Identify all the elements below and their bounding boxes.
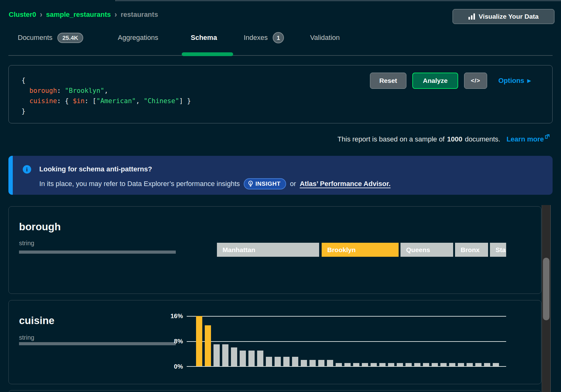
cuisine-bar[interactable] [423,363,429,366]
cuisine-bar[interactable] [283,357,290,366]
cuisine-bar[interactable] [318,360,324,366]
vertical-scrollbar-track[interactable] [542,205,551,392]
collection-tabs: Documents 25.4K Aggregations Schema Inde… [0,31,561,45]
cuisine-bar[interactable] [432,363,438,366]
value-chip-label: Manhattan [223,246,255,254]
cuisine-bar[interactable] [362,363,368,366]
banner-title: Looking for schema anti-patterns? [39,165,152,173]
tab-aggregations[interactable]: Aggregations [118,31,158,45]
cuisine-bar[interactable] [222,344,228,366]
field-card-cuisine: cuisine string 16% 8% 0% [8,300,541,384]
cuisine-bar[interactable] [475,363,482,366]
tab-schema-label: Schema [191,34,217,42]
code-token-pun: } [22,108,26,115]
code-token-key: borough [29,87,57,94]
cuisine-bar[interactable] [196,316,202,366]
cuisine-bar[interactable] [493,363,499,366]
visualize-your-data-button[interactable]: Visualize Your Data [453,9,554,24]
insight-badge[interactable]: INSIGHT [244,178,286,189]
banner-body: In its place, you may refer to Data Expl… [39,178,391,189]
value-chip-bronx[interactable]: Bronx [455,243,488,257]
code-token-str: "Chinese" [144,97,179,105]
external-link-icon [545,134,550,139]
cuisine-bar[interactable] [266,357,272,366]
cuisine-bar[interactable] [449,363,455,366]
cuisine-bar[interactable] [213,344,220,366]
top-chrome-notch [115,0,116,1]
type-distribution-bar[interactable] [19,342,176,345]
cuisine-bar[interactable] [292,357,298,366]
bar-chart-icon [468,13,475,20]
tab-validation[interactable]: Validation [310,31,340,45]
cuisine-bar[interactable] [231,347,237,366]
banner-accent-stripe [8,156,13,195]
cuisine-bar[interactable] [440,363,447,366]
value-chip-sta[interactable]: Sta [490,243,506,257]
cuisine-bar[interactable] [467,363,473,366]
tab-indexes[interactable]: Indexes 1 [244,31,284,45]
cuisine-bar[interactable] [257,351,263,366]
tabs-divider [8,55,553,56]
value-chip-brooklyn[interactable]: Brooklyn [322,243,399,257]
triangle-right-icon: ▶ [527,78,531,84]
breadcrumb-collection: restaurants [121,11,158,19]
gridline-16pct [187,316,506,317]
query-editor[interactable]: { borough: "Brooklyn", cuisine: { $in: [… [8,65,553,123]
info-icon: i [23,165,31,174]
code-token-str: "American" [96,97,136,105]
cuisine-bar[interactable] [327,360,333,366]
code-token-str: "Brooklyn" [65,87,104,94]
vertical-scrollbar-thumb[interactable] [543,258,549,320]
value-chip-manhattan[interactable]: Manhattan [217,243,319,257]
tab-schema[interactable]: Schema [191,31,217,45]
cuisine-bar[interactable] [388,363,394,366]
cuisine-bar[interactable] [414,363,420,366]
banner-conjunction: or [290,180,296,188]
cuisine-bar[interactable] [248,351,255,366]
cuisine-bar[interactable] [405,363,412,366]
cuisine-bar[interactable] [309,360,316,366]
y-axis-tick: 16% [159,312,183,320]
code-token-pun: , [104,87,108,94]
cuisine-bar[interactable] [353,363,359,366]
code-icon: </> [471,77,480,84]
cuisine-bar[interactable] [205,325,211,366]
breadcrumb-cluster[interactable]: Cluster0 [9,11,36,19]
tab-documents[interactable]: Documents 25.4K [18,31,83,45]
cuisine-bar[interactable] [344,363,351,366]
insight-badge-label: INSIGHT [256,180,281,187]
field-card-borough: borough string ManhattanBrooklynQueensBr… [8,206,541,294]
y-axis-tick: 8% [159,337,183,346]
performance-advisor-link[interactable]: Atlas’ Performance Advisor. [300,180,391,188]
cuisine-bar[interactable] [336,363,342,366]
cuisine-bar[interactable] [484,363,490,366]
code-token-pun [22,87,29,94]
gridline-8pct [187,341,506,342]
cuisine-bar[interactable] [458,363,464,366]
reset-label: Reset [379,77,397,84]
schema-page: Cluster0 › sample_restaurants › restaura… [0,0,561,392]
anti-patterns-banner: i Looking for schema anti-patterns? In i… [8,156,553,195]
cuisine-bar[interactable] [240,351,246,366]
cuisine-bar[interactable] [301,360,307,366]
analyze-button[interactable]: Analyze [412,73,458,89]
value-chip-label: Sta [496,246,506,254]
y-axis-tick: 0% [159,362,183,371]
query-code[interactable]: { borough: "Brooklyn", cuisine: { $in: [… [22,75,191,117]
x-axis-baseline [187,366,506,367]
code-token-pun: : [57,87,65,94]
code-token-pun: : [ [84,97,96,105]
field-type[interactable]: string [19,334,34,341]
options-toggle[interactable]: Options ▶ [498,77,531,85]
learn-more-link[interactable]: Learn more [506,135,550,143]
reset-button[interactable]: Reset [370,73,406,89]
cuisine-bar[interactable] [397,363,403,366]
cuisine-bar[interactable] [379,363,386,366]
value-chip-label: Queens [406,246,430,254]
field-card-partial [8,390,541,392]
cuisine-bar[interactable] [371,363,377,366]
export-to-language-button[interactable]: </> [464,73,487,89]
value-chip-queens[interactable]: Queens [400,243,453,257]
cuisine-bar[interactable] [275,357,281,366]
breadcrumb-database[interactable]: sample_restaurants [46,11,111,19]
